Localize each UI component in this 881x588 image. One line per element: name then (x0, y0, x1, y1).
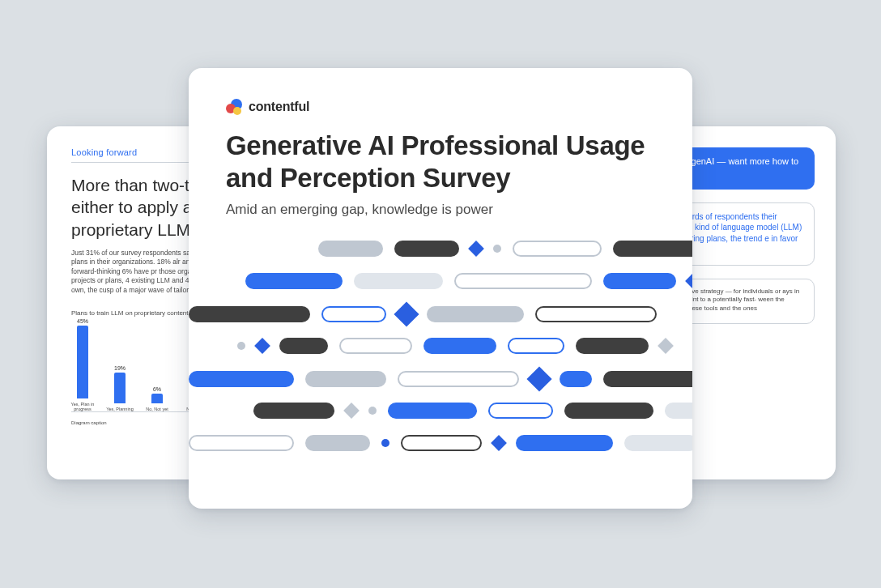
pill-icon (354, 273, 443, 289)
pill-icon (564, 403, 653, 419)
pill-icon (189, 371, 294, 387)
document-subtitle: Amid an emerging gap, knowledge is power (226, 202, 655, 218)
dot-icon (493, 245, 501, 253)
pill-outline-icon (508, 338, 564, 354)
pill-icon (423, 338, 496, 354)
bar: 6%No, Not yet (147, 386, 167, 411)
pill-icon (245, 273, 343, 289)
pill-icon (516, 435, 613, 451)
dot-icon (381, 439, 389, 447)
pill-icon (253, 403, 334, 419)
pill-icon (665, 403, 692, 419)
pill-outline-icon (398, 371, 519, 387)
pill-icon (394, 241, 459, 257)
pill-outline-icon (488, 403, 553, 419)
pill-icon (279, 338, 328, 354)
diamond-icon (394, 301, 419, 326)
pill-icon (189, 306, 310, 322)
pill-icon (388, 403, 477, 419)
stage: Looking forward More than two-thirds eit… (0, 0, 881, 588)
brand-logo: contentful (226, 99, 655, 115)
diamond-icon (343, 403, 360, 419)
pill-icon (318, 241, 383, 257)
pill-outline-icon (535, 306, 657, 322)
front-card: contentful Generative AI Professional Us… (189, 68, 692, 509)
dot-icon (368, 407, 377, 415)
diamond-icon (254, 338, 270, 354)
pill-icon (305, 371, 386, 387)
brand-name: contentful (249, 100, 309, 114)
document-title: Generative AI Professional Usage and Per… (226, 130, 647, 195)
diamond-icon (468, 241, 484, 257)
pill-icon (427, 306, 524, 322)
pill-outline-icon (454, 273, 592, 289)
logo-mark-icon (226, 99, 242, 115)
pill-icon (603, 273, 676, 289)
pill-icon (624, 435, 692, 451)
bar: 45%Yes, Plan in progress (73, 318, 92, 411)
pill-outline-icon (189, 435, 294, 451)
pill-icon (603, 371, 692, 387)
pill-icon (576, 338, 649, 354)
pill-outline-icon (513, 241, 602, 257)
pill-icon (305, 435, 370, 451)
pill-outline-icon (321, 306, 386, 322)
diamond-icon (685, 273, 692, 289)
decorative-pattern (226, 236, 655, 479)
pill-icon (560, 371, 592, 387)
pill-outline-icon (401, 435, 482, 451)
dot-icon (237, 342, 245, 350)
diamond-icon (526, 366, 551, 391)
diamond-icon (658, 338, 674, 354)
bar: 19%Yes, Planning (110, 365, 130, 411)
diamond-icon (491, 435, 507, 451)
pill-icon (613, 241, 692, 257)
pill-outline-icon (339, 338, 412, 354)
